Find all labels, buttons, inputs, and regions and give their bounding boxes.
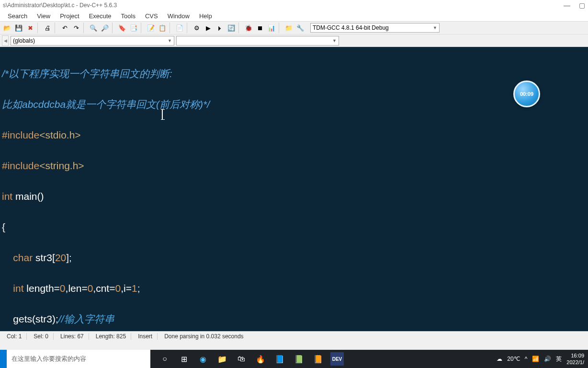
recording-timer: 00:09 (513, 80, 540, 107)
globals-label: (globals) (13, 37, 35, 44)
bookmark-button[interactable]: 🔖 (117, 23, 127, 33)
undo-button[interactable]: ↶ (59, 23, 70, 33)
compile-run-button[interactable]: ⏵ (215, 23, 225, 33)
status-length: Length: 825 (91, 333, 131, 340)
menu-execute[interactable]: Execute (85, 12, 115, 21)
status-msg: Done parsing in 0.032 seconds (159, 333, 586, 340)
volume-icon: 🔊 (544, 356, 551, 362)
app3-icon[interactable]: 📙 (311, 352, 325, 366)
ime-lang[interactable]: 英 (556, 355, 562, 363)
menu-bar: Search View Project Execute Tools CVS Wi… (0, 11, 588, 21)
stop-button[interactable]: ⏹ (255, 23, 265, 33)
menu-search[interactable]: Search (4, 12, 31, 21)
menu-tools[interactable]: Tools (117, 12, 139, 21)
status-lines: Lines: 67 (56, 333, 89, 340)
word-icon[interactable]: 📘 (273, 352, 286, 366)
window-title: s\Administrator\Desktop\kt.c - Dev-C++ 5… (3, 2, 117, 9)
chevron-down-icon: ▼ (433, 25, 437, 30)
save-button[interactable]: 💾 (13, 23, 24, 33)
chevron-down-icon: ▼ (168, 38, 172, 43)
text-cursor-icon (162, 109, 163, 120)
minimize-icon[interactable]: ― (564, 1, 570, 9)
menu-view[interactable]: View (33, 12, 54, 21)
tray-clock[interactable]: 16:09 2022/1/ (566, 352, 584, 366)
weather-text[interactable]: 20℃ (507, 356, 520, 362)
menu-help[interactable]: Help (195, 12, 216, 21)
code-editor[interactable]: /*以下程序实现一个字符串回文的判断: 比如abcddcba就是一个字符串回文(… (0, 47, 588, 331)
toolbar: 📂 💾 ✖ 🖨 ↶ ↷ 🔍 🔎 🔖 📑 📝 📋 📄 ⚙ ▶ ⏵ 🔄 🐞 ⏹ 📊 … (0, 21, 588, 34)
menu-cvs[interactable]: CVS (141, 12, 162, 21)
weather-icon[interactable]: ☁ (497, 356, 502, 362)
close-button[interactable]: ✖ (25, 23, 35, 33)
start-button[interactable] (0, 350, 7, 368)
goto-button[interactable]: 📑 (128, 23, 139, 33)
replace-button[interactable]: 🔎 (100, 23, 110, 33)
compiler-label: TDM-GCC 4.8.1 64-bit Debug (313, 24, 389, 31)
chevron-down-icon: ▼ (332, 38, 337, 43)
function-select[interactable]: ▼ (176, 36, 339, 46)
maximize-icon[interactable]: ▢ (579, 1, 585, 9)
status-col: Col: 1 (2, 333, 27, 340)
insert-button[interactable]: 📝 (146, 23, 156, 33)
open-button[interactable]: 📂 (2, 23, 12, 33)
compiler-select[interactable]: TDM-GCC 4.8.1 64-bit Debug ▼ (310, 23, 440, 33)
project-button[interactable]: 📁 (283, 23, 294, 33)
print-button[interactable]: 🖨 (42, 23, 53, 33)
nav-dropdowns: ◀ (globals) ▼ ▼ (0, 34, 588, 47)
store-icon[interactable]: 🛍 (235, 352, 248, 366)
status-sel: Sel: 0 (29, 333, 54, 340)
options-button[interactable]: 🔧 (295, 23, 305, 33)
taskview-icon[interactable]: ⊞ (177, 352, 191, 366)
tool-button[interactable]: 📄 (174, 23, 185, 33)
redo-button[interactable]: ↷ (71, 23, 81, 33)
search-placeholder: 在这里输入你要搜索的内容 (11, 355, 86, 363)
comment-button[interactable]: 📋 (157, 23, 168, 33)
find-button[interactable]: 🔍 (88, 23, 99, 33)
status-bar: Col: 1 Sel: 0 Lines: 67 Length: 825 Inse… (0, 331, 588, 341)
app2-icon[interactable]: 📗 (292, 352, 305, 366)
compile-button[interactable]: ⚙ (192, 23, 202, 33)
nav-back[interactable]: ◀ (2, 35, 9, 46)
title-bar: s\Administrator\Desktop\kt.c - Dev-C++ 5… (0, 0, 588, 11)
tray-chevron-icon[interactable]: ^ (525, 356, 528, 362)
cortana-icon[interactable]: ○ (158, 352, 171, 366)
explorer-icon[interactable]: 📁 (215, 352, 229, 366)
run-button[interactable]: ▶ (203, 23, 214, 33)
app-icon[interactable]: 🔥 (254, 352, 267, 366)
menu-window[interactable]: Window (164, 12, 193, 21)
menu-project[interactable]: Project (56, 12, 83, 21)
system-tray: ☁ 20℃ ^ 📶 🔊 英 16:09 2022/1/ (497, 352, 588, 366)
edge-icon[interactable]: ◉ (196, 352, 210, 366)
devcpp-icon[interactable]: DEV (330, 352, 344, 366)
taskbar-search[interactable]: 在这里输入你要搜索的内容 (7, 350, 150, 368)
wifi-icon[interactable]: 📶 (532, 356, 539, 362)
profile-button[interactable]: 📊 (266, 23, 277, 33)
debug-button[interactable]: 🐞 (243, 23, 254, 33)
globals-select[interactable]: (globals) ▼ (11, 36, 174, 46)
windows-taskbar: 在这里输入你要搜索的内容 ○ ⊞ ◉ 📁 🛍 🔥 📘 📗 📙 DEV ☁ 20℃… (0, 350, 588, 368)
status-mode: Insert (133, 333, 158, 340)
rebuild-button[interactable]: 🔄 (226, 23, 237, 33)
